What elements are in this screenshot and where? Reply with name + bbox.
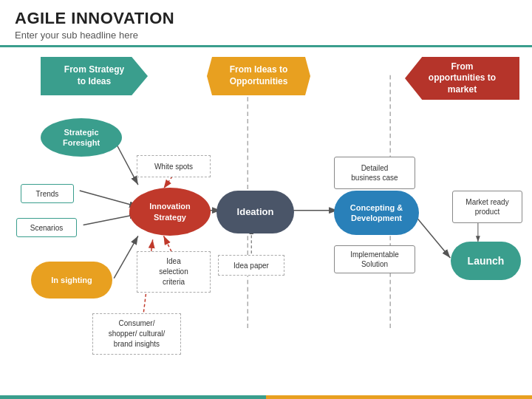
scenarios-node: Scenarios <box>16 218 77 237</box>
svg-line-5 <box>114 236 138 278</box>
svg-line-2 <box>114 140 138 185</box>
in-sighting-node: In sighting <box>31 262 112 299</box>
svg-line-3 <box>80 191 138 207</box>
banner-strategy-to-ideas: From Strategy to Ideas <box>41 57 148 95</box>
detailed-business-node: Detailed business case <box>334 157 415 189</box>
bottom-bar <box>0 395 532 399</box>
ideation-node: Ideation <box>216 191 294 233</box>
market-ready-node: Market ready product <box>452 191 522 223</box>
page: AGILE INNOVATION Enter your sub headline… <box>0 0 532 399</box>
strategic-foresight-node: Strategic Foresight <box>41 118 122 157</box>
implementable-node: Implementable Solution <box>334 245 415 273</box>
trends-node: Trends <box>21 184 74 203</box>
diagram: From Strategy to Ideas From Ideas to Opp… <box>0 53 532 395</box>
consumer-insights-node: Consumer/ shopper/ cultural/ brand insig… <box>92 313 181 355</box>
idea-selection-node: Idea selection criteria <box>137 251 211 293</box>
banner-ideas-to-opportunities: From Ideas to Opportunities <box>207 57 310 95</box>
page-title: AGILE INNOVATION <box>15 9 517 28</box>
banner-opportunities-to-market: From opportunities to market <box>405 57 519 100</box>
white-spots-node: White spots <box>137 155 211 177</box>
concepting-node: Concepting & Development <box>334 191 419 235</box>
page-subtitle: Enter your sub headline here <box>15 30 517 41</box>
innovation-strategy-node: Innovation Strategy <box>129 188 211 236</box>
idea-paper-node: Idea paper <box>218 255 284 276</box>
header: AGILE INNOVATION Enter your sub headline… <box>0 0 532 47</box>
launch-node: Launch <box>451 242 521 280</box>
